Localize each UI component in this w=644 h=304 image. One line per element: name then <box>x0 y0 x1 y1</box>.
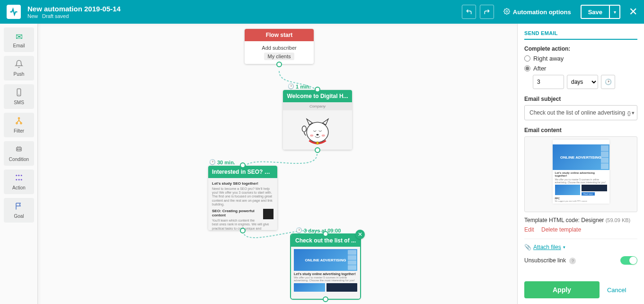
clock-icon: 🕑 <box>296 227 302 233</box>
cancel-link[interactable]: Cancel <box>607 286 626 294</box>
clock-icon: 🕑 <box>209 159 216 165</box>
svg-point-5 <box>20 123 22 124</box>
unsubscribe-toggle[interactable] <box>620 256 637 265</box>
info-icon[interactable]: ? <box>569 258 576 264</box>
svg-point-3 <box>18 117 20 119</box>
svg-point-4 <box>16 123 18 124</box>
node-thumbnail: Company <box>283 102 352 150</box>
unsubscribe-label: Unsubscribe link <box>524 257 566 264</box>
chevron-down-icon: ▾ <box>632 110 635 116</box>
email-content-label: Email content <box>524 127 637 134</box>
port-out[interactable] <box>315 147 320 153</box>
save-dropdown-button[interactable]: ▾ <box>610 5 620 19</box>
clock-icon: 🕑 <box>288 83 294 89</box>
node-subtitle: Add subscriber <box>248 45 310 51</box>
node-thumbnail: Let's study SEO together! Need to become… <box>208 178 277 230</box>
apply-button[interactable]: Apply <box>524 281 600 298</box>
save-button[interactable]: Save <box>581 5 610 19</box>
bell-icon <box>15 60 23 71</box>
envelope-icon: ✉ <box>16 32 23 42</box>
top-bar: New automation 2019-05-14 New Draft save… <box>0 0 644 24</box>
node-email-welcome[interactable]: Welcome to Digital H... Company <box>283 90 352 150</box>
action-icon <box>15 173 23 184</box>
email-preview[interactable]: ONLINE ADVERTISING Let's study online ad… <box>524 136 637 212</box>
delay-label: 🕑 3 days at 09:00 <box>296 227 341 233</box>
automation-options-button[interactable]: Automation options <box>498 5 577 19</box>
undo-button[interactable] <box>462 5 476 19</box>
properties-panel: SEND EMAIL Complete action: Right away A… <box>517 24 644 304</box>
svg-point-13 <box>21 175 22 176</box>
phone-icon <box>15 88 23 99</box>
radio-right-away[interactable]: Right away <box>524 55 637 62</box>
delay-label: 🕑 1 min. <box>288 83 311 89</box>
page-title: New automation 2019-05-14 <box>27 5 462 13</box>
port-out[interactable] <box>323 296 328 302</box>
paperclip-icon: 📎 <box>524 244 531 250</box>
tool-condition[interactable]: Condition <box>4 141 34 166</box>
port-out[interactable] <box>240 228 246 233</box>
delay-amount-input[interactable] <box>533 75 564 89</box>
node-email-advertising[interactable]: ✕ Check out the list of ... ONLINE ADVER… <box>291 234 360 299</box>
email-subject-label: Email subject <box>524 96 637 102</box>
svg-point-8 <box>19 149 20 150</box>
node-email-seo[interactable]: Interested in SEO? Le... Let's study SEO… <box>208 166 277 230</box>
delay-label: 🕑 30 min. <box>209 159 235 165</box>
port-in[interactable] <box>240 162 246 168</box>
chevron-down-icon: ▾ <box>563 245 565 250</box>
tool-goal[interactable]: Goal <box>4 198 34 223</box>
svg-point-0 <box>506 10 508 12</box>
node-thumbnail: ONLINE ADVERTISING Let's study online ad… <box>291 247 360 299</box>
tool-action[interactable]: Action <box>4 170 34 194</box>
svg-point-11 <box>16 175 17 176</box>
svg-point-7 <box>18 149 18 150</box>
app-logo[interactable] <box>7 5 21 19</box>
tool-filter[interactable]: Filter <box>4 113 34 137</box>
flag-icon <box>15 202 23 213</box>
node-tag: My clients <box>264 53 295 60</box>
flow-canvas[interactable]: Flow start Add subscriber My clients 🕑 1… <box>38 24 517 304</box>
svg-point-14 <box>21 179 22 180</box>
attach-files-button[interactable]: 📎 Attach files ▾ <box>524 244 637 250</box>
port-out[interactable] <box>276 62 282 67</box>
svg-point-18 <box>322 134 325 136</box>
tool-sms[interactable]: SMS <box>4 84 34 109</box>
status-new: New <box>27 13 38 19</box>
svg-point-17 <box>310 134 313 136</box>
email-subject-select[interactable]: Check out the list of online advertising… <box>524 105 637 120</box>
svg-point-12 <box>16 179 17 180</box>
status-draft: Draft saved <box>42 13 69 19</box>
complete-action-label: Complete action: <box>524 45 637 52</box>
port-in[interactable] <box>323 231 328 237</box>
time-picker-button[interactable]: 🕑 <box>601 75 615 89</box>
port-in[interactable] <box>315 87 320 92</box>
delete-node-button[interactable]: ✕ <box>355 230 365 239</box>
svg-point-20 <box>302 126 306 132</box>
radio-after[interactable]: After <box>524 65 637 72</box>
node-flow-start[interactable]: Flow start Add subscriber My clients <box>245 29 314 64</box>
gear-icon <box>503 8 510 16</box>
delay-unit-select[interactable]: days <box>567 75 598 89</box>
template-info: Template HTML code: Designer (59.09 KB) <box>524 217 637 224</box>
braces-icon: {} <box>627 110 631 116</box>
tool-email[interactable]: ✉Email <box>4 27 34 52</box>
redo-button[interactable] <box>480 5 494 19</box>
filter-icon <box>15 116 23 127</box>
svg-point-15 <box>307 122 328 142</box>
svg-point-16 <box>316 134 318 136</box>
condition-icon <box>15 145 23 156</box>
clock-icon: 🕑 <box>605 79 612 85</box>
delete-template-link[interactable]: Delete template <box>541 226 581 233</box>
tool-sidebar: ✉Email Push SMS Filter Condition Action … <box>0 24 38 304</box>
node-header: Flow start <box>245 29 314 41</box>
panel-title: SEND EMAIL <box>524 30 637 40</box>
tool-push[interactable]: Push <box>4 56 34 80</box>
svg-point-19 <box>316 142 318 144</box>
close-icon[interactable]: ✕ <box>629 6 637 18</box>
edit-template-link[interactable]: Edit <box>524 226 534 233</box>
